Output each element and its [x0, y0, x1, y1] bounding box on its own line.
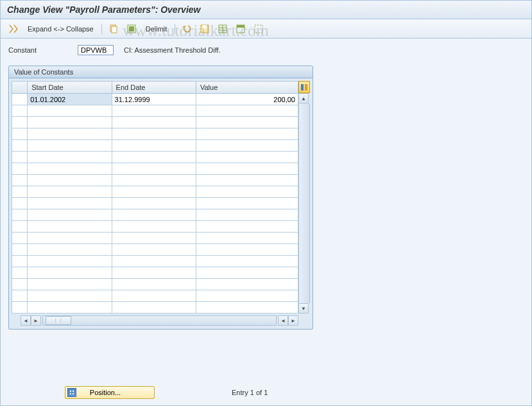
entry-count: Entry 1 of 1 — [232, 389, 268, 396]
scroll-right-end-icon[interactable]: ► — [288, 315, 298, 326]
constant-input[interactable] — [78, 45, 114, 55]
svg-rect-1 — [112, 26, 117, 33]
constant-description: CI: Assessment Threshold Diff. — [124, 46, 221, 54]
value-cell[interactable]: 200,00 — [196, 94, 298, 105]
separator — [175, 24, 175, 34]
separator — [101, 24, 102, 34]
deselect-icon[interactable] — [251, 22, 266, 35]
table-row[interactable] — [12, 221, 298, 233]
svg-rect-11 — [237, 25, 245, 28]
end-date-header[interactable]: End Date — [112, 82, 196, 94]
scroll-left-icon[interactable]: ◄ — [21, 315, 31, 326]
table-container: Start Date End Date Value 01.01.2002 31.… — [9, 78, 313, 329]
scroll-right-icon[interactable]: ► — [31, 315, 41, 326]
constants-table: Start Date End Date Value 01.01.2002 31.… — [12, 81, 298, 313]
scroll-down-icon[interactable]: ▼ — [298, 303, 309, 313]
row-selector[interactable] — [12, 94, 28, 105]
undo-icon[interactable] — [179, 22, 194, 35]
table-row[interactable] — [12, 244, 298, 256]
constant-field-row: Constant CI: Assessment Threshold Diff. — [8, 45, 524, 55]
table-row[interactable] — [12, 105, 298, 117]
end-date-cell[interactable]: 31.12.9999 — [112, 94, 196, 105]
hscroll-thumb[interactable]: ⋮⋮ — [46, 316, 71, 325]
svg-rect-5 — [203, 25, 207, 28]
content-area: Constant CI: Assessment Threshold Diff. … — [1, 39, 531, 405]
table-row[interactable] — [12, 175, 298, 186]
configure-columns-icon[interactable] — [298, 81, 310, 93]
position-button[interactable]: Position... — [65, 386, 155, 399]
table-row[interactable] — [12, 163, 298, 175]
panel-title: Value of Constants — [9, 66, 313, 78]
table-row[interactable] — [12, 128, 298, 140]
table-row[interactable] — [12, 256, 298, 267]
select-block-icon[interactable] — [233, 22, 248, 35]
table-row[interactable] — [12, 140, 298, 152]
select-all-icon[interactable] — [124, 22, 139, 35]
value-header[interactable]: Value — [196, 82, 298, 94]
row-selector-header[interactable] — [12, 82, 28, 94]
save-icon[interactable] — [197, 22, 212, 35]
toolbar: Expand <-> Collapse Delimit — [1, 19, 531, 39]
footer-bar: Position... Entry 1 of 1 — [65, 386, 268, 399]
table-row[interactable] — [12, 186, 298, 198]
delimit-button[interactable]: Delimit — [142, 24, 171, 34]
page-title: Change View "Payroll Parameters": Overvi… — [7, 4, 200, 15]
table-row[interactable] — [12, 198, 298, 209]
table-row[interactable] — [12, 267, 298, 279]
table-row[interactable] — [12, 117, 298, 128]
title-bar: Change View "Payroll Parameters": Overvi… — [1, 1, 531, 19]
svg-rect-3 — [129, 26, 134, 31]
expand-collapse-button[interactable]: Expand <-> Collapse — [24, 24, 98, 34]
constant-label: Constant — [8, 46, 73, 54]
table-row[interactable] — [12, 233, 298, 244]
toggle-icon[interactable] — [6, 22, 21, 35]
svg-rect-15 — [69, 389, 75, 396]
vertical-scrollbar[interactable]: ▲ ▼ — [298, 81, 310, 313]
copy-icon[interactable] — [106, 22, 121, 35]
hscroll-track[interactable]: ⋮⋮ — [42, 315, 277, 326]
horizontal-scrollbar[interactable]: ◄ ► ⋮⋮ ◄ ► — [12, 315, 310, 326]
svg-rect-14 — [305, 84, 307, 91]
scroll-track[interactable] — [298, 103, 310, 303]
table-row[interactable] — [12, 152, 298, 163]
table-settings-icon[interactable] — [215, 22, 230, 35]
table-row[interactable] — [12, 302, 298, 313]
position-icon — [67, 388, 76, 397]
svg-rect-16 — [70, 391, 71, 392]
svg-rect-13 — [301, 84, 304, 91]
position-label: Position... — [90, 389, 121, 396]
start-date-cell[interactable]: 01.01.2002 — [28, 94, 112, 105]
svg-rect-12 — [255, 25, 262, 33]
table-row[interactable] — [12, 290, 298, 302]
start-date-header[interactable]: Start Date — [28, 82, 112, 94]
value-of-constants-panel: Value of Constants Start Date End Date V… — [8, 66, 313, 330]
scroll-left-end-icon[interactable]: ◄ — [278, 315, 288, 326]
svg-rect-19 — [73, 393, 74, 394]
table-row[interactable] — [12, 279, 298, 290]
svg-rect-17 — [73, 391, 74, 392]
table-row[interactable] — [12, 209, 298, 221]
scroll-up-icon[interactable]: ▲ — [298, 93, 309, 103]
svg-rect-18 — [70, 393, 71, 394]
table-row[interactable]: 01.01.2002 31.12.9999 200,00 — [12, 94, 298, 105]
